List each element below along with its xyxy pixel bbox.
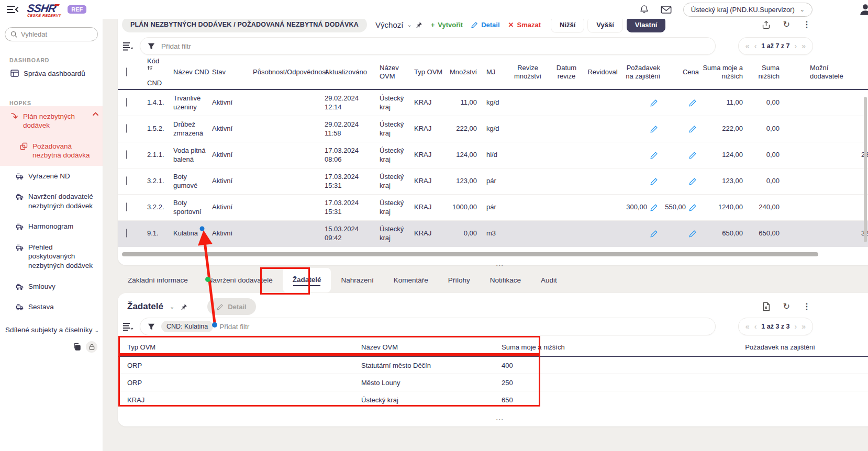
column-header[interactable]: Požadavek na zajištění bbox=[624, 64, 661, 81]
sidebar-item-sestava[interactable]: Sestava bbox=[0, 297, 103, 318]
copy-icon[interactable] bbox=[73, 343, 81, 351]
sidebar-item-vyrazene-nd[interactable]: Vyřazené ND bbox=[0, 166, 103, 187]
breadcrumb[interactable]: PLÁN NEZBYTNÝCH DODÁVEK / POŽADOVANÁ NEZ… bbox=[122, 17, 367, 32]
filter-bar[interactable]: Přidat filtr bbox=[140, 37, 716, 55]
last-page-icon[interactable]: » bbox=[802, 322, 806, 331]
column-header[interactable]: Kód CND bbox=[147, 57, 173, 88]
tab-nahrazen-[interactable]: Nahrazení bbox=[331, 268, 383, 292]
column-settings-icon[interactable] bbox=[122, 41, 133, 51]
column-header[interactable]: Název OVM bbox=[380, 64, 414, 81]
next-page-icon[interactable]: › bbox=[795, 322, 797, 331]
row-checkbox[interactable] bbox=[126, 202, 127, 211]
kebab-menu-icon[interactable]: ⋮ bbox=[803, 302, 811, 311]
column-header[interactable]: Datum revize bbox=[551, 64, 582, 81]
chevron-down-icon[interactable]: ⌄ bbox=[170, 303, 174, 310]
sidebar-item-pozadovana-nezbytna-dodavka[interactable]: Požadovaná nezbytná dodávka bbox=[0, 136, 103, 166]
sidebar-item-navrzeni-dodavatele[interactable]: Navržení dodavatelé nezbytných dodávek bbox=[0, 186, 103, 216]
sidebar-collapse-icon[interactable] bbox=[6, 5, 20, 14]
column-header[interactable]: Cena bbox=[661, 68, 700, 76]
column-header[interactable]: Název CND bbox=[173, 68, 212, 76]
table-row[interactable]: 3.2.1.Boty gumovéAktivní17.03.202415:31Ú… bbox=[118, 168, 868, 195]
edit-pencil-icon[interactable] bbox=[689, 99, 697, 107]
select-all-checkbox[interactable] bbox=[126, 67, 127, 76]
row-checkbox[interactable] bbox=[126, 124, 127, 133]
row-checkbox[interactable] bbox=[126, 229, 127, 238]
sidebar-item-smlouvy[interactable]: Smlouvy bbox=[0, 276, 103, 297]
edit-pencil-icon[interactable] bbox=[689, 204, 697, 211]
next-page-icon[interactable]: › bbox=[795, 42, 797, 50]
tab-audit[interactable]: Audit bbox=[531, 268, 567, 292]
horizontal-scrollbar[interactable] bbox=[122, 252, 818, 256]
tab--adatel-[interactable]: Žadatelé bbox=[283, 268, 331, 292]
tab-p-lohy[interactable]: Přílohy bbox=[438, 268, 480, 292]
column-header[interactable]: MJ bbox=[478, 68, 504, 76]
view-select[interactable]: Výchozí ⌄ bbox=[375, 20, 422, 29]
column-header[interactable]: Možní dodavatelé bbox=[781, 64, 859, 81]
excel-export-icon[interactable] bbox=[762, 302, 771, 311]
vertical-scrollbar[interactable] bbox=[864, 97, 867, 242]
tab-koment-e[interactable]: Komentáře bbox=[384, 268, 438, 292]
prev-page-icon[interactable]: ‹ bbox=[754, 322, 757, 331]
filter-chip-cnd[interactable]: CND: Kulatina bbox=[161, 321, 213, 332]
edit-pencil-icon[interactable] bbox=[689, 151, 697, 159]
row-checkbox[interactable] bbox=[126, 150, 127, 159]
edit-pencil-icon[interactable] bbox=[650, 99, 658, 107]
table-row[interactable]: 1.4.1.Trvanlivé uzeninyAktivní29.02.2024… bbox=[118, 90, 868, 116]
sidebar-item-plan-nezbytnych-dodavek[interactable]: Plán nezbytných dodávek bbox=[0, 106, 103, 136]
edit-pencil-icon[interactable] bbox=[650, 125, 658, 133]
edit-pencil-icon[interactable] bbox=[650, 230, 658, 238]
table-row[interactable]: 3.2.2.Boty sportovníAktivní17.03.202415:… bbox=[118, 195, 868, 221]
sidebar-item-prehled-poskytovanych[interactable]: Přehled poskytovaných nezbytných dodávek bbox=[0, 237, 103, 276]
expand-ellipsis[interactable]: ⋯ bbox=[118, 409, 868, 424]
user-avatar-icon[interactable] bbox=[859, 3, 868, 16]
detail-button[interactable]: Detail bbox=[471, 21, 499, 29]
column-header[interactable]: Požadavek na zajištění bbox=[670, 343, 868, 351]
column-header[interactable]: Stav bbox=[212, 68, 253, 76]
edit-pencil-icon[interactable] bbox=[689, 230, 697, 238]
column-header[interactable]: Působnost/Odpovědnost bbox=[253, 68, 325, 76]
tab-z-kladn-informace[interactable]: Základní informace bbox=[118, 268, 198, 292]
create-button[interactable]: +Vytvořit bbox=[431, 21, 463, 29]
delete-button[interactable]: ✕Smazat bbox=[508, 21, 541, 29]
column-header[interactable]: Typ OVM bbox=[127, 343, 361, 351]
sidebar-search-input[interactable]: Vyhledat bbox=[5, 27, 98, 41]
tab-navr-en-dodavatel-[interactable]: Navržení dodavatelé bbox=[198, 268, 283, 292]
sort-asc-icon[interactable] bbox=[147, 65, 153, 71]
column-header[interactable]: Revize množství bbox=[504, 64, 551, 81]
column-header[interactable]: Suma moje a nižších bbox=[502, 343, 670, 351]
column-settings-icon[interactable] bbox=[122, 322, 133, 331]
edit-pencil-icon[interactable] bbox=[650, 177, 658, 185]
sidebar-item-harmonogram[interactable]: Harmonogram bbox=[0, 216, 103, 237]
lock-button[interactable] bbox=[86, 341, 97, 353]
mail-icon[interactable] bbox=[661, 5, 672, 14]
column-header[interactable]: Suma nižších bbox=[744, 64, 781, 81]
column-header[interactable]: Typ OVM bbox=[414, 68, 447, 76]
level-button-vlastní[interactable]: Vlastní bbox=[627, 17, 666, 32]
row-checkbox[interactable] bbox=[126, 98, 127, 107]
table-row[interactable]: ORPStatutární město Děčín400 bbox=[118, 357, 868, 374]
kebab-menu-icon[interactable]: ⋮ bbox=[803, 20, 811, 29]
sidebar-item-sprava-dashboardu[interactable]: Správa dashboardů bbox=[0, 63, 103, 84]
column-header[interactable]: Název OVM bbox=[361, 343, 502, 351]
sidebar-item-sdilene-subjekty[interactable]: Sdílené subjekty a číselníky ⌄ bbox=[0, 318, 103, 334]
edit-pencil-icon[interactable] bbox=[689, 177, 697, 185]
edit-pencil-icon[interactable] bbox=[650, 204, 658, 211]
edit-pencil-icon[interactable] bbox=[650, 151, 658, 159]
first-page-icon[interactable]: « bbox=[745, 322, 750, 331]
edit-pencil-icon[interactable] bbox=[689, 125, 697, 133]
column-header[interactable]: Aktualizováno bbox=[325, 68, 380, 76]
refresh-icon[interactable]: ↻ bbox=[783, 302, 790, 311]
table-row[interactable]: KRAJÚstecký kraj650 bbox=[118, 391, 868, 409]
prev-page-icon[interactable]: ‹ bbox=[754, 42, 757, 50]
filter-bar[interactable]: CND: Kulatina Přidat filtr bbox=[140, 318, 716, 335]
table-row[interactable]: 1.5.2.Drůbež zmrazenáAktivní29.02.202411… bbox=[118, 116, 868, 142]
user-scope-select[interactable]: Ústecký kraj (PND.KU.Supervizor) ⌄ bbox=[683, 3, 813, 17]
pin-icon[interactable] bbox=[181, 303, 187, 310]
level-button-nižší[interactable]: Nižší bbox=[551, 17, 584, 32]
bell-icon[interactable] bbox=[639, 4, 649, 15]
export-icon[interactable] bbox=[762, 20, 771, 29]
tab-notifikace[interactable]: Notifikace bbox=[480, 268, 531, 292]
refresh-icon[interactable]: ↻ bbox=[783, 20, 790, 29]
detail-button-disabled[interactable]: Detail bbox=[207, 298, 255, 315]
row-checkbox[interactable] bbox=[126, 176, 127, 185]
